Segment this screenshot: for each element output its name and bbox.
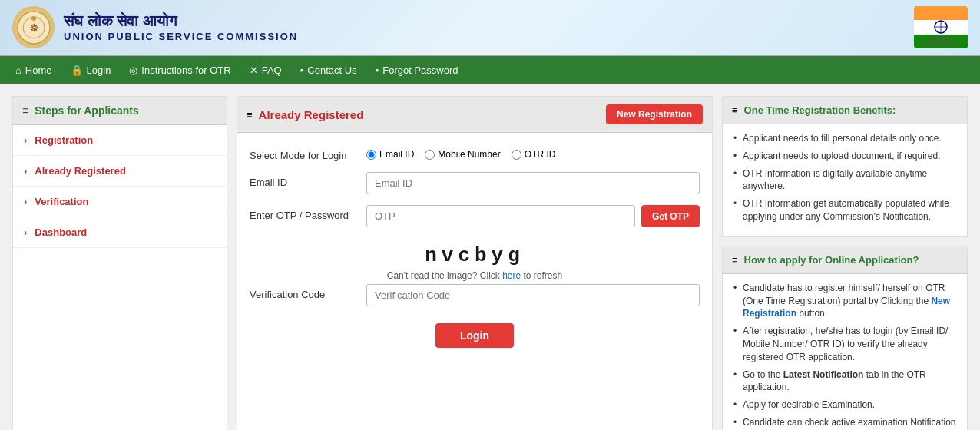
captcha-area: nvcbyg Can't read the image? Click here …: [250, 238, 700, 284]
get-otp-button[interactable]: Get OTP: [641, 205, 700, 227]
otr-benefits-body: Applicant needs to fill personal details…: [723, 124, 967, 236]
chevron-icon: ›: [24, 165, 27, 177]
forgot-icon: ▪: [376, 64, 379, 76]
how-to-apply-title: How to apply for Online Application?: [744, 254, 919, 266]
verification-label: Verification Code: [250, 284, 357, 300]
captcha-hint-after: to refresh: [524, 270, 563, 281]
mode-row: Select Mode for Login Email ID Mobile Nu…: [250, 145, 700, 161]
verification-row: Verification Code: [250, 284, 700, 306]
list-item: After registration, he/she has to login …: [733, 325, 956, 363]
sidebar-verification-label: Verification: [35, 196, 88, 207]
radio-mobile-label: Mobile Number: [438, 149, 500, 160]
verification-wrap: [366, 284, 700, 306]
header-title: संघ लोक सेवा आयोग UNION PUBLIC SERVICE C…: [64, 11, 298, 44]
faq-icon: ✕: [250, 64, 258, 76]
contact-icon: ▪: [300, 64, 304, 76]
radio-email[interactable]: Email ID: [366, 149, 414, 160]
email-label: Email ID: [250, 172, 357, 188]
nav-login-label: Login: [87, 64, 111, 76]
email-row: Email ID: [250, 172, 700, 194]
apply-step-1-after: button.: [799, 308, 827, 319]
sidebar-item-already-registered[interactable]: › Already Registered: [13, 156, 227, 187]
apply-step-1-text: Candidate has to register himself/ herse…: [743, 283, 945, 306]
azadi-text: Azadi KaAmrit Mahotsav: [921, 35, 962, 47]
sidebar-dashboard-label: Dashboard: [35, 227, 87, 238]
list-item: OTR Information is digitally available a…: [733, 167, 956, 194]
nav-forgot-label: Forgot Password: [382, 64, 458, 76]
chevron-icon: ›: [24, 227, 27, 238]
radio-email-input[interactable]: [366, 150, 376, 160]
upsc-logo: ☸: [12, 6, 55, 48]
radio-otr-input[interactable]: [512, 150, 521, 160]
login-button[interactable]: Login: [435, 323, 514, 348]
how-to-apply-header: ≡ How to apply for Online Application?: [723, 246, 967, 274]
sidebar-item-dashboard[interactable]: › Dashboard: [13, 217, 227, 248]
otp-wrap: Get OTP: [366, 205, 700, 227]
main-content: ≡ Steps for Applicants › Registration › …: [0, 84, 980, 430]
otr-benefits-list: Applicant needs to fill personal details…: [733, 132, 956, 223]
sidebar-already-registered-label: Already Registered: [35, 165, 126, 177]
steps-panel-header: ≡ Steps for Applicants: [13, 97, 227, 125]
login-button-wrap: Login: [250, 317, 700, 348]
list-item: Candidate has to register himself/ herse…: [733, 282, 956, 320]
steps-panel-title: Steps for Applicants: [35, 104, 139, 117]
otp-row: Enter OTP / Password Get OTP: [250, 205, 700, 227]
list-item: Applicant needs to fill personal details…: [733, 132, 956, 145]
verification-input[interactable]: [366, 284, 700, 306]
captcha-image: nvcbyg: [250, 244, 700, 267]
login-form-area: Select Mode for Login Email ID Mobile Nu…: [237, 133, 712, 360]
login-panel-header: ≡ Already Registered New Registration: [237, 97, 712, 133]
otp-input[interactable]: [366, 205, 635, 227]
info-icon: ◎: [129, 64, 137, 76]
english-title: UNION PUBLIC SERVICE COMMISSION: [64, 31, 298, 44]
radio-otr[interactable]: OTR ID: [512, 149, 556, 160]
list-item: OTR Information get automatically popula…: [733, 197, 956, 223]
login-panel: ≡ Already Registered New Registration Se…: [237, 96, 713, 430]
nav-contact-label: Contact Us: [307, 64, 356, 76]
list-item: Apply for desirable Examination.: [733, 399, 956, 412]
home-icon: ⌂: [15, 64, 22, 76]
sidebar-item-registration[interactable]: › Registration: [13, 125, 227, 156]
radio-otr-label: OTR ID: [525, 149, 556, 160]
nav-forgot[interactable]: ▪ Forgot Password: [366, 58, 468, 82]
svg-rect-4: [914, 6, 968, 20]
chevron-icon: ›: [24, 196, 27, 207]
captcha-refresh-link[interactable]: here: [502, 270, 521, 281]
login-panel-title: Already Registered: [259, 108, 364, 121]
nav-faq[interactable]: ✕ FAQ: [240, 58, 291, 82]
login-icon: 🔒: [71, 64, 83, 76]
azadi-badge: Azadi KaAmrit Mahotsav: [914, 6, 968, 48]
otr-benefits-header: ≡ One Time Registration Benefits:: [723, 97, 967, 124]
sidebar-item-verification[interactable]: › Verification: [13, 187, 227, 217]
nav-home[interactable]: ⌂ Home: [6, 58, 61, 82]
otr-benefits-box: ≡ One Time Registration Benefits: Applic…: [722, 96, 968, 237]
captcha-hint-text: Can't read the image? Click: [387, 270, 500, 281]
chevron-icon: ›: [24, 134, 27, 146]
list-item: Candidate can check active examination N…: [733, 416, 956, 430]
email-input[interactable]: [366, 172, 700, 194]
nav-contact[interactable]: ▪ Contact Us: [291, 58, 366, 82]
latest-notification-bold: Latest Notification: [783, 369, 864, 380]
nav-login[interactable]: 🔒 Login: [61, 58, 121, 82]
new-registration-button[interactable]: New Registration: [606, 104, 703, 124]
login-header-icon: ≡: [247, 109, 253, 121]
radio-email-label: Email ID: [379, 149, 414, 160]
otp-input-row: Get OTP: [366, 205, 700, 227]
mode-label: Select Mode for Login: [250, 145, 357, 161]
sidebar-registration-label: Registration: [35, 134, 93, 146]
hindi-title: संघ लोक सेवा आयोग: [64, 11, 298, 31]
radio-mobile-input[interactable]: [425, 150, 435, 160]
steps-panel: ≡ Steps for Applicants › Registration › …: [12, 96, 227, 430]
how-to-apply-body: Candidate has to register himself/ herse…: [723, 274, 967, 430]
nav-instructions[interactable]: ◎ Instructions for OTR: [120, 58, 240, 82]
radio-mobile[interactable]: Mobile Number: [425, 149, 500, 160]
main-nav: ⌂ Home 🔒 Login ◎ Instructions for OTR ✕ …: [0, 56, 980, 84]
nav-home-label: Home: [25, 64, 52, 76]
how-to-apply-box: ≡ How to apply for Online Application? C…: [722, 246, 968, 430]
login-header-left: ≡ Already Registered: [247, 108, 363, 121]
email-wrap: [366, 172, 700, 194]
header-branding: ☸ संघ लोक सेवा आयोग UNION PUBLIC SERVICE…: [12, 6, 298, 48]
nav-instructions-label: Instructions for OTR: [141, 64, 230, 76]
otr-benefits-title: One Time Registration Benefits:: [744, 104, 896, 116]
list-item: Go to the Latest Notification tab in the…: [733, 369, 956, 395]
